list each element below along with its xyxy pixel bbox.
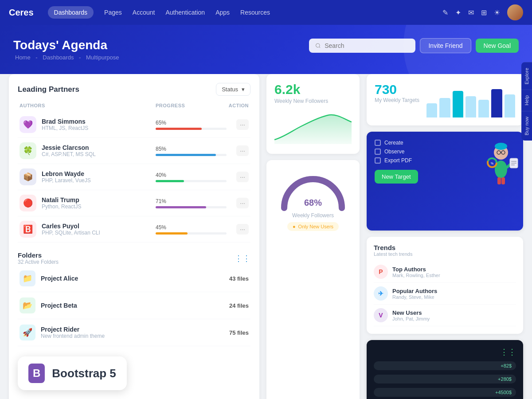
list-item: 📂 Project Beta 24 files (18, 292, 250, 319)
dark-badge-1: +82$ (374, 361, 516, 370)
partner-dots-button[interactable]: ··· (236, 145, 249, 156)
trend-info: Popular Authors Randy, Steve, Mike (392, 288, 516, 300)
nav-account[interactable]: Account (133, 9, 155, 16)
partner-action: ··· (227, 145, 249, 156)
partner-dots-button[interactable]: ··· (236, 198, 249, 208)
partner-avatar: 📦 (20, 168, 36, 185)
svg-point-5 (495, 143, 507, 150)
chart-icon[interactable]: ✎ (442, 8, 448, 17)
progress-percent: 65% (156, 120, 227, 126)
sparkle-icon[interactable]: ✦ (455, 8, 461, 17)
observe-checkbox[interactable] (375, 149, 381, 155)
partner-info: Brad Simmons HTML, JS, ReactJS (42, 118, 156, 131)
progress-bar-fill (156, 180, 184, 182)
explore-tab[interactable]: Explore (521, 62, 532, 90)
trend-name: Popular Authors (392, 288, 516, 294)
nav-auth[interactable]: Authentication (165, 9, 205, 16)
folders-list: 📁 Project Alice 43 files 📂 Project Beta … (18, 265, 250, 346)
col-progress-label: PROGRESS (156, 103, 227, 108)
col-action-label: ACTION (227, 103, 249, 108)
brand-logo: Ceres (9, 8, 34, 18)
progress-bar-bg (156, 128, 227, 130)
folders-dots-icon[interactable]: ⋮⋮ (235, 254, 250, 263)
export-checkbox[interactable] (375, 157, 381, 164)
nav-pages[interactable]: Pages (104, 9, 122, 16)
bootstrap-label: Bootstrap 5 (52, 367, 116, 380)
status-select[interactable]: Status ▾ (216, 83, 250, 96)
table-row: 🔴 Natali Trump Python, ReactJS 71% ··· (18, 190, 250, 216)
table-row: 🍀 Jessie Clarcson C#, ASP.NET, MS SQL 85… (18, 138, 250, 164)
invite-friend-button[interactable]: Invite Friend (420, 38, 471, 53)
bootstrap-watermark: B Bootstrap 5 (18, 356, 127, 390)
nav-apps[interactable]: Apps (215, 9, 230, 16)
followers-chart (274, 109, 352, 146)
new-target-button[interactable]: New Target (375, 170, 418, 184)
folder-info: Project Alice (41, 275, 229, 282)
progress-bar-bg (156, 180, 227, 182)
nav-right: ✎ ✦ ✉ ⊞ ☀ (442, 4, 523, 20)
message-icon[interactable]: ✉ (468, 8, 474, 17)
partner-dots-button[interactable]: ··· (236, 119, 249, 130)
partner-dots-button[interactable]: ··· (236, 172, 249, 182)
help-tab[interactable]: Help (521, 90, 532, 111)
create-checkbox[interactable] (375, 140, 381, 146)
partners-list: 💜 Brad Simmons HTML, JS, ReactJS 65% ···… (18, 112, 250, 243)
partner-skills: Python, ReactJS (42, 203, 156, 210)
trend-icon: ✈ (374, 286, 388, 301)
buy-now-tab[interactable]: Buy now (521, 111, 532, 141)
partner-progress: 65% (156, 120, 227, 130)
trend-authors: John, Pat, Jimmy (392, 316, 516, 321)
trend-authors: Randy, Steve, Mike (392, 294, 516, 300)
folders-section: Folders 32 Active Folders ⋮⋮ 📁 Project A… (18, 251, 250, 346)
partner-avatar: 💜 (20, 116, 36, 133)
progress-bar-bg (156, 154, 227, 156)
trends-title: Trends (374, 244, 516, 251)
dark-badge-3: +4500$ (374, 388, 516, 397)
search-box[interactable] (309, 39, 415, 53)
new-goal-button[interactable]: New Goal (476, 39, 519, 53)
partner-info: Lebron Wayde PHP, Laravel, VueJS (42, 170, 156, 184)
side-tabs: Explore Help Buy now (521, 62, 532, 141)
folders-title: Folders (18, 251, 59, 259)
mid-panel: 6.2k Weekly New Followers (266, 74, 360, 399)
nav-dashboards[interactable]: Dashboards (48, 6, 94, 19)
partner-progress: 85% (156, 146, 227, 156)
gauge-note: ● Only New Users (287, 222, 339, 231)
trends-list: P Top Authors Mark, Rowling, Esther ✈ Po… (374, 261, 516, 326)
trend-name: Top Authors (392, 266, 516, 273)
nav-resources[interactable]: Resources (240, 9, 270, 16)
trend-icon: V (374, 308, 388, 322)
right-panel: 730 My Weekly Targets Cereate (367, 74, 523, 399)
sun-icon[interactable]: ☀ (494, 8, 500, 17)
folder-info: Project Beta (41, 302, 229, 309)
partner-skills: C#, ASP.NET, MS SQL (42, 151, 156, 157)
progress-percent: 45% (156, 224, 227, 231)
partner-action: ··· (227, 198, 249, 208)
list-item: 📁 Project Alice 43 files (18, 265, 250, 292)
partner-info: Natali Trump Python, ReactJS (42, 196, 156, 210)
page-title: Todays' Agenda (13, 38, 519, 52)
svg-text:%: % (491, 162, 494, 165)
trends-subtitle: Latest tech trends (374, 251, 516, 257)
list-item: ✈ Popular Authors Randy, Steve, Mike (374, 283, 516, 305)
partner-info: Jessie Clarcson C#, ASP.NET, MS SQL (42, 144, 156, 157)
partner-dots-button[interactable]: ··· (236, 224, 249, 235)
trend-info: New Users John, Pat, Jimmy (392, 309, 516, 321)
trend-info: Top Authors Mark, Rowling, Esther (392, 266, 516, 278)
folder-desc: New frontend admin theme (41, 333, 229, 339)
search-input[interactable] (325, 42, 409, 49)
dark-panel: ⋮⋮ +82$ +280$ +4500$ (367, 340, 523, 399)
progress-bar-bg (156, 206, 227, 208)
partner-progress: 40% (156, 172, 227, 182)
avatar[interactable] (507, 4, 523, 20)
svg-text:68%: 68% (304, 198, 322, 207)
folder-name: Project Alice (41, 275, 229, 282)
bootstrap-icon: B (28, 364, 45, 383)
weekly-followers-label: Weekly New Followers (274, 98, 352, 104)
grid-icon[interactable]: ⊞ (481, 8, 487, 17)
folder-icon: 📁 (20, 270, 35, 286)
list-item: V New Users John, Pat, Jimmy (374, 305, 516, 326)
progress-percent: 71% (156, 198, 227, 204)
weekly-followers-card: 6.2k Weekly New Followers (266, 74, 360, 154)
trend-name: New Users (392, 309, 516, 316)
